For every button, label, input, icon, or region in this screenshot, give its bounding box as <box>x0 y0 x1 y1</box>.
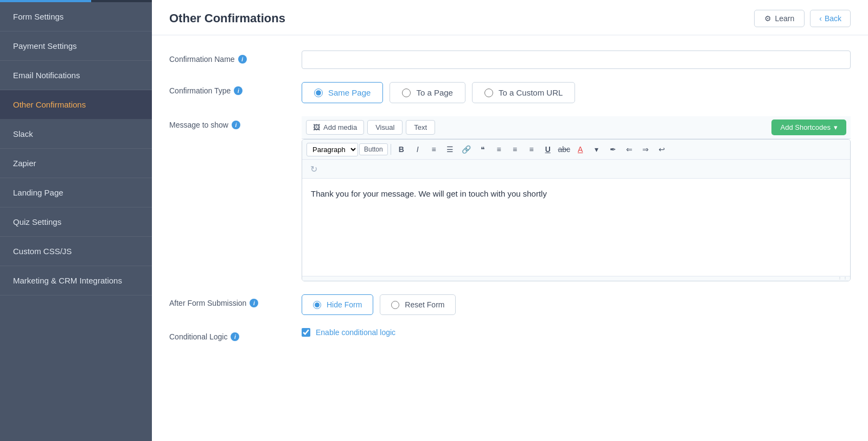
toolbar-divider-1 <box>391 144 391 155</box>
confirmation-name-info-icon[interactable]: i <box>238 55 247 64</box>
chevron-down-icon: ▾ <box>834 123 838 131</box>
sidebar-item-payment-settings[interactable]: Payment Settings <box>0 32 152 61</box>
radio-hide-form[interactable]: Hide Form <box>302 294 373 315</box>
confirmation-name-label: Confirmation Name i <box>169 51 289 64</box>
underline-btn[interactable]: U <box>540 142 556 156</box>
align-center-btn[interactable]: ≡ <box>508 142 523 156</box>
radio-reset-form[interactable]: Reset Form <box>380 294 456 315</box>
progress-bar <box>0 0 91 2</box>
sidebar-item-landing-page[interactable]: Landing Page <box>0 178 152 207</box>
sidebar-item-form-settings[interactable]: Form Settings <box>0 2 152 32</box>
editor-second-row: ↻ <box>302 160 850 179</box>
blockquote-btn[interactable]: ❝ <box>475 142 490 156</box>
sidebar-item-zapier[interactable]: Zapier <box>0 149 152 178</box>
sidebar-item-other-confirmations[interactable]: Other Confirmations <box>0 90 152 119</box>
after-form-submission-info-icon[interactable]: i <box>250 299 258 307</box>
ordered-list-btn[interactable]: ☰ <box>443 142 458 156</box>
top-bar-actions: ⚙ Learn ‹ Back <box>754 10 851 27</box>
editor-top-left: 🖼 Add media Visual Text <box>306 120 435 135</box>
progress-bar-container <box>0 0 152 2</box>
conditional-logic-checkbox-wrap: Enable conditional logic <box>302 328 851 337</box>
conditional-logic-label: Conditional Logic i <box>169 328 289 341</box>
redo-btn[interactable]: ↻ <box>307 162 321 176</box>
add-shortcodes-button[interactable]: Add Shortcodes ▾ <box>771 119 846 135</box>
confirmation-name-row: Confirmation Name i <box>169 51 851 69</box>
confirmation-type-info-icon[interactable]: i <box>234 86 242 95</box>
resize-indicator: ⋮⋮ <box>837 276 848 282</box>
conditional-logic-checkbox[interactable] <box>302 328 310 337</box>
indent-btn[interactable]: ⇒ <box>638 142 653 156</box>
align-right-btn[interactable]: ≡ <box>524 142 539 156</box>
bold-btn[interactable]: B <box>394 142 409 156</box>
sidebar-item-slack[interactable]: Slack <box>0 119 152 149</box>
confirmation-type-wrap: Same Page To a Page To a Custom URL <box>302 82 851 103</box>
gear-icon: ⚙ <box>764 14 771 23</box>
main-content: Other Confirmations ⚙ Learn ‹ Back Confi… <box>152 0 868 441</box>
conditional-logic-info-icon[interactable]: i <box>231 332 239 341</box>
after-form-submission-wrap: Hide Form Reset Form <box>302 294 851 315</box>
align-left-btn[interactable]: ≡ <box>492 142 507 156</box>
radio-to-a-custom-url[interactable]: To a Custom URL <box>472 82 575 103</box>
editor-content-area[interactable]: Thank you for your message. We will get … <box>302 179 850 276</box>
conditional-logic-wrap: Enable conditional logic <box>302 328 851 337</box>
message-editor-wrap-outer: 🖼 Add media Visual Text Add Shortcodes ▾ <box>302 116 851 281</box>
paragraph-select[interactable]: Paragraph <box>307 143 358 156</box>
text-tab[interactable]: Text <box>406 120 435 135</box>
back-button[interactable]: ‹ Back <box>810 10 851 27</box>
confirmation-type-label: Confirmation Type i <box>169 82 289 95</box>
after-form-submission-row: After Form Submission i Hide Form Reset … <box>169 294 851 315</box>
sidebar-item-marketing-crm[interactable]: Marketing & CRM Integrations <box>0 266 152 295</box>
eraser-btn[interactable]: ✒ <box>605 142 621 156</box>
button-insert-btn[interactable]: Button <box>359 143 388 155</box>
text-color-btn[interactable]: A <box>573 142 588 156</box>
after-form-submission-label: After Form Submission i <box>169 294 289 307</box>
italic-btn[interactable]: I <box>410 142 425 156</box>
message-label: Message to show i <box>169 116 289 129</box>
color-dropdown-btn[interactable]: ▾ <box>589 142 604 156</box>
sidebar-item-quiz-settings[interactable]: Quiz Settings <box>0 207 152 237</box>
confirmation-type-radio-group: Same Page To a Page To a Custom URL <box>302 82 851 103</box>
page-title: Other Confirmations <box>169 11 285 26</box>
outdent-btn[interactable]: ⇐ <box>622 142 637 156</box>
radio-to-a-page[interactable]: To a Page <box>390 82 465 103</box>
editor-toolbar: Paragraph Button B I ≡ ☰ 🔗 ❝ ≡ ≡ <box>302 140 850 160</box>
top-bar: Other Confirmations ⚙ Learn ‹ Back <box>152 0 868 35</box>
sidebar-item-custom-css-js[interactable]: Custom CSS/JS <box>0 237 152 266</box>
editor-top-bar: 🖼 Add media Visual Text Add Shortcodes ▾ <box>302 116 851 139</box>
editor-resize-handle[interactable]: ⋮⋮ <box>302 276 850 281</box>
message-editor: Paragraph Button B I ≡ ☰ 🔗 ❝ ≡ ≡ <box>302 139 851 281</box>
after-form-submission-radio-group: Hide Form Reset Form <box>302 294 851 315</box>
add-media-button[interactable]: 🖼 Add media <box>306 120 364 135</box>
message-info-icon[interactable]: i <box>232 121 240 129</box>
visual-tab[interactable]: Visual <box>367 120 403 135</box>
strikethrough-btn[interactable]: abc <box>557 142 572 156</box>
confirmation-type-row: Confirmation Type i Same Page To a Page <box>169 82 851 103</box>
conditional-logic-enable-label[interactable]: Enable conditional logic <box>316 328 395 337</box>
sidebar: Form SettingsPayment SettingsEmail Notif… <box>0 0 152 441</box>
unordered-list-btn[interactable]: ≡ <box>426 142 442 156</box>
conditional-logic-row: Conditional Logic i Enable conditional l… <box>169 328 851 341</box>
chevron-left-icon: ‹ <box>819 14 822 23</box>
undo-btn[interactable]: ↩ <box>654 142 669 156</box>
radio-same-page[interactable]: Same Page <box>302 82 383 103</box>
form-body: Confirmation Name i Confirmation Type i … <box>152 35 868 356</box>
add-media-icon: 🖼 <box>313 123 320 131</box>
message-section: Message to show i 🖼 Add media Visual <box>169 116 851 281</box>
learn-button[interactable]: ⚙ Learn <box>754 10 805 27</box>
link-btn[interactable]: 🔗 <box>459 142 474 156</box>
sidebar-item-email-notifications[interactable]: Email Notifications <box>0 61 152 90</box>
confirmation-name-wrap <box>302 51 851 69</box>
confirmation-name-input[interactable] <box>302 51 851 69</box>
